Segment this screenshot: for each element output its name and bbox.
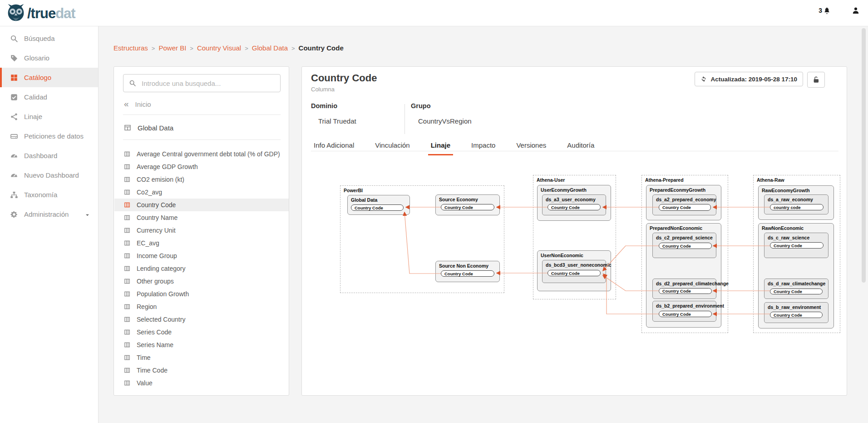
list-item-series-code[interactable]: Series Code bbox=[114, 326, 289, 338]
lineage-field-pill[interactable]: Country Code bbox=[770, 312, 823, 318]
owl-logo-icon bbox=[6, 4, 27, 24]
search-icon bbox=[10, 35, 18, 43]
list-item-other-groups[interactable]: Other groups bbox=[114, 275, 289, 288]
lineage-field-pill[interactable]: country code bbox=[770, 204, 824, 210]
list-item-region[interactable]: Region bbox=[114, 300, 289, 313]
updated-label: Actualizada: 2019-05-28 17:10 bbox=[710, 76, 797, 83]
top-header: /truedat 3 bbox=[0, 0, 868, 26]
node-label: ds_c2_prepared_science bbox=[656, 235, 713, 240]
column-icon bbox=[124, 329, 130, 335]
sidebar-item-peticiones-de-datos[interactable]: Peticiones de datos bbox=[0, 126, 98, 146]
field-dominio: Dominio Trial Truedat bbox=[311, 102, 356, 125]
breadcrumb-link-global-data[interactable]: Global Data bbox=[252, 44, 288, 52]
sidebar-item-label: Administración bbox=[24, 210, 69, 218]
lineage-field-pill[interactable]: Country Code bbox=[547, 270, 601, 276]
search-icon bbox=[129, 80, 136, 87]
list-item-population-growth[interactable]: Population Growth bbox=[114, 288, 289, 300]
sidebar-item-taxonomia[interactable]: Taxonomía bbox=[0, 185, 98, 204]
structure-parent-item[interactable]: Global Data bbox=[124, 120, 173, 135]
sidebar-item-nuevo-dashboard[interactable]: Nuevo Dashboard bbox=[0, 165, 98, 185]
breadcrumb-link-country-visual[interactable]: Country Visual bbox=[197, 44, 241, 52]
list-item-ec-avg[interactable]: EC_avg bbox=[114, 237, 289, 249]
breadcrumb-separator: > bbox=[152, 45, 155, 52]
list-item-time-code[interactable]: Time Code bbox=[114, 364, 289, 377]
breadcrumb-link-estructuras[interactable]: Estructuras bbox=[113, 44, 148, 52]
list-item-label: Population Growth bbox=[137, 290, 189, 298]
sidebar-item-administracion[interactable]: Administración bbox=[0, 204, 98, 224]
notifications-button[interactable]: 3 bbox=[819, 7, 831, 15]
list-item-label: Income Group bbox=[137, 252, 177, 259]
list-item-series-name[interactable]: Series Name bbox=[114, 338, 289, 351]
column-icon bbox=[124, 367, 130, 373]
list-item-time[interactable]: Time bbox=[114, 351, 289, 364]
list-item-label: Average Central government debt total (%… bbox=[137, 150, 280, 158]
chevron-down-icon bbox=[85, 211, 90, 219]
structure-search-box bbox=[123, 74, 281, 92]
list-item-label: Country Code bbox=[137, 201, 176, 209]
column-icon bbox=[124, 342, 130, 348]
lineage-field-pill[interactable]: Country Code bbox=[659, 243, 712, 249]
user-menu-button[interactable] bbox=[852, 6, 860, 15]
node-label: ds_a3_user_economy bbox=[546, 197, 596, 202]
lineage-field-pill[interactable]: Country Code bbox=[659, 288, 712, 294]
node-label: Source Non Economy bbox=[439, 263, 488, 269]
lineage-field-pill[interactable]: Country Code bbox=[441, 204, 494, 210]
lineage-field-pill[interactable]: Country Code bbox=[770, 289, 823, 294]
breadcrumb-link-power-bi[interactable]: Power BI bbox=[158, 44, 186, 52]
structure-type-label: Columna bbox=[311, 86, 335, 93]
sidebar-item-busqueda[interactable]: Búsqueda bbox=[0, 29, 98, 48]
sidebar-item-calidad[interactable]: Calidad bbox=[0, 87, 98, 107]
breadcrumb: Estructuras>Power BI>Country Visual>Glob… bbox=[113, 44, 344, 52]
list-item-country-name[interactable]: Country Name bbox=[114, 211, 289, 224]
lineage-field-pill[interactable]: Country Code bbox=[659, 204, 711, 211]
sidebar-item-label: Glosario bbox=[24, 54, 49, 62]
column-icon bbox=[124, 354, 130, 361]
lineage-field-pill[interactable]: Country Code bbox=[659, 311, 712, 317]
structure-search-input[interactable] bbox=[141, 79, 280, 88]
list-item-label: Country Name bbox=[137, 214, 178, 221]
list-item-co2-avg[interactable]: Co2_avg bbox=[114, 186, 289, 199]
lineage-field-pill[interactable]: Country Code bbox=[441, 270, 494, 277]
sidebar-item-linaje[interactable]: Linaje bbox=[0, 107, 98, 126]
divider bbox=[123, 114, 281, 115]
list-item-value[interactable]: Value bbox=[114, 377, 289, 389]
list-item-currency-unit[interactable]: Currency Unit bbox=[114, 224, 289, 237]
list-item-selected-country[interactable]: Selected Country bbox=[114, 313, 289, 326]
tab-bar-divider bbox=[311, 151, 838, 151]
grid-icon bbox=[10, 74, 18, 82]
back-to-home-link[interactable]: « Inicio bbox=[124, 97, 151, 111]
list-item-label: Value bbox=[137, 379, 153, 387]
list-item-lending-category[interactable]: Lending category bbox=[114, 262, 289, 275]
sidebar-item-label: Taxonomía bbox=[24, 191, 57, 199]
group-label: PowerBI bbox=[344, 188, 363, 193]
double-chevron-left-icon: « bbox=[124, 99, 129, 109]
column-icon bbox=[124, 291, 130, 297]
sidebar-item-label: Calidad bbox=[24, 93, 47, 101]
column-icon bbox=[124, 189, 130, 195]
unlock-button[interactable] bbox=[807, 72, 825, 88]
list-item-income-group[interactable]: Income Group bbox=[114, 249, 289, 262]
scrollbar[interactable] bbox=[862, 28, 866, 283]
breadcrumb-separator: > bbox=[190, 45, 193, 52]
lineage-field-pill[interactable]: Country Code bbox=[770, 242, 824, 249]
sidebar-item-dashboard[interactable]: Dashboard bbox=[0, 146, 98, 165]
breadcrumb-separator: > bbox=[245, 45, 248, 52]
column-icon bbox=[124, 240, 130, 246]
node-label: PreparedEconmyGrowth bbox=[650, 187, 705, 193]
lineage-field-pill[interactable]: Country Code bbox=[351, 204, 404, 211]
truedat-logo[interactable]: /truedat bbox=[6, 4, 75, 24]
sidebar-item-glosario[interactable]: Glosario bbox=[0, 48, 98, 68]
list-item-average-gdp-growth[interactable]: Average GDP Growth bbox=[114, 160, 289, 173]
list-item-country-code[interactable]: Country Code bbox=[114, 199, 289, 211]
sidebar-item-catalogo[interactable]: Catálogo bbox=[0, 68, 98, 87]
divider bbox=[123, 139, 281, 140]
back-label: Inicio bbox=[135, 100, 151, 108]
sidebar-item-label: Nuevo Dashboard bbox=[24, 171, 79, 179]
refresh-updated-button[interactable]: Actualizada: 2019-05-28 17:10 bbox=[695, 72, 803, 86]
list-item-co2-emision-kt[interactable]: CO2 emision (kt) bbox=[114, 173, 289, 186]
list-item-average-central-government-debt-total-of-gdp[interactable]: Average Central government debt total (%… bbox=[114, 148, 289, 160]
field-label: Dominio bbox=[311, 102, 356, 109]
bell-icon bbox=[823, 7, 831, 15]
lineage-field-pill[interactable]: Country Code bbox=[547, 204, 601, 210]
sidebar-item-label: Dashboard bbox=[24, 152, 57, 159]
